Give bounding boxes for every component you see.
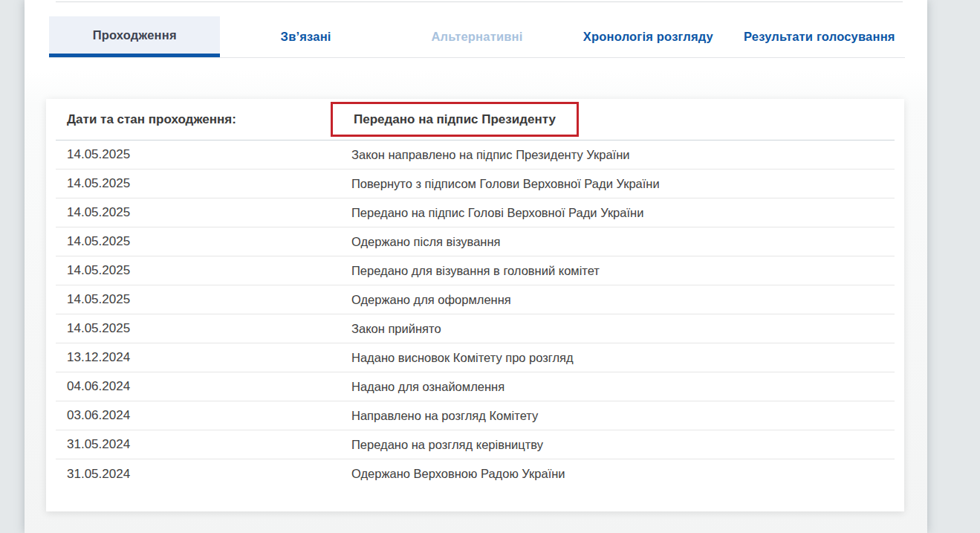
row-status: Закон направлено на підпис Президенту Ук… [351,148,895,162]
row-status: Передано на підпис Голові Верховної Ради… [351,206,895,220]
row-status: Повернуто з підписом Голови Верховної Ра… [351,177,895,191]
row-date: 14.05.2025 [67,205,351,220]
table-row: 14.05.2025 Передано для візування в голо… [56,256,895,285]
table-row: 14.05.2025 Одержано для оформлення [56,285,895,314]
top-divider [56,1,903,2]
row-date: 31.05.2024 [67,467,351,482]
passage-table-card: Дати та стан проходження: Передано на пі… [46,99,904,511]
row-status: Направлено на розгляд Комітету [351,409,895,423]
row-status: Передано для візування в головний коміте… [351,264,895,278]
tab-bar: Проходження Зв’язані Альтернативні Хроно… [49,16,905,58]
tab-khronolohiia-rozghliadu[interactable]: Хронологія розгляду [562,16,733,57]
table-row: 14.05.2025 Передано на підпис Голові Вер… [56,198,895,227]
row-status: Надано висновок Комітету про розгляд [351,351,895,365]
row-status: Одержано після візування [351,235,895,249]
table-row: 31.05.2024 Передано на розгляд керівницт… [56,430,895,459]
row-date: 14.05.2025 [67,321,351,336]
row-date: 14.05.2025 [67,292,351,307]
table-row: 14.05.2025 Закон направлено на підпис Пр… [56,140,895,169]
row-status: Одержано Верховною Радою України [351,467,895,481]
current-status-badge: Передано на підпис Президенту [331,102,579,137]
row-status: Надано для ознайомлення [351,380,895,394]
row-date: 13.12.2024 [67,350,351,365]
row-status: Закон прийнято [351,322,895,336]
table-header-label: Дати та стан проходження: [67,112,351,127]
tab-zviazani[interactable]: Зв’язані [220,16,391,57]
table-row: 04.06.2024 Надано для ознайомлення [56,372,895,401]
tab-rezultaty-holosuvannia[interactable]: Результати голосування [734,16,905,57]
table-row: 31.05.2024 Одержано Верховною Радою Укра… [56,459,895,488]
row-date: 04.06.2024 [67,379,351,394]
table-header-row: Дати та стан проходження: Передано на пі… [56,99,895,140]
row-date: 14.05.2025 [67,147,351,162]
row-date: 31.05.2024 [67,437,351,452]
table-row: 14.05.2025 Повернуто з підписом Голови В… [56,169,895,198]
tab-alternatyvni: Альтернативні [392,16,562,57]
table-row: 14.05.2025 Закон прийнято [56,314,895,343]
tab-prohodzhennia[interactable]: Проходження [49,16,220,57]
content-area: Проходження Зв’язані Альтернативні Хроно… [25,0,927,533]
table-row: 03.06.2024 Направлено на розгляд Комітет… [56,401,895,430]
row-status: Одержано для оформлення [351,293,895,307]
row-date: 03.06.2024 [67,408,351,423]
table-row: 13.12.2024 Надано висновок Комітету про … [56,343,895,372]
table-row: 14.05.2025 Одержано після візування [56,227,895,256]
row-date: 14.05.2025 [67,234,351,249]
row-status: Передано на розгляд керівництву [351,438,895,452]
row-date: 14.05.2025 [67,176,351,191]
row-date: 14.05.2025 [67,263,351,278]
